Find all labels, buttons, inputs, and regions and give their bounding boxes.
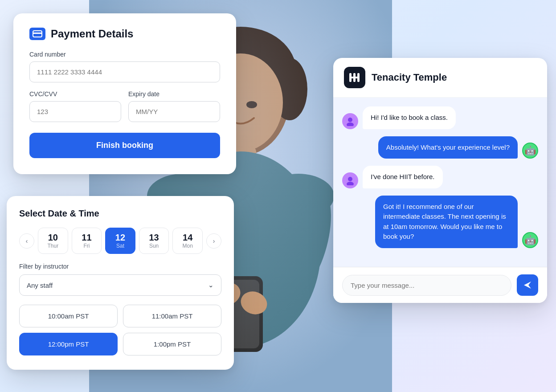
cvc-expiry-row: CVC/CVV Expiry date: [29, 90, 220, 122]
date-num-11: 11: [82, 233, 91, 243]
date-day-14: Mon: [183, 243, 193, 249]
time-10am[interactable]: 10:00am PST: [19, 305, 118, 327]
time-12pm[interactable]: 12:00pm PST: [19, 333, 118, 355]
time-1pm[interactable]: 1:00pm PST: [123, 333, 221, 355]
time-11am[interactable]: 11:00am PST: [123, 305, 221, 327]
svg-point-27: [347, 182, 354, 185]
finish-booking-button[interactable]: Finish booking: [29, 133, 220, 158]
credit-card-icon: [29, 28, 45, 40]
cvc-group: CVC/CVV: [29, 90, 121, 122]
svg-rect-23: [349, 77, 360, 78]
date-day-10: Thur: [47, 243, 58, 249]
filter-label: Filter by instructor: [19, 263, 221, 270]
svg-point-17: [246, 101, 257, 108]
send-message-button[interactable]: [517, 274, 538, 296]
date-num-13: 13: [149, 233, 159, 243]
date-11[interactable]: 11 Fri: [72, 228, 102, 254]
date-day-12: Sat: [116, 243, 124, 249]
svg-rect-19: [33, 33, 42, 34]
payment-card: Payment Details Card number CVC/CVV Expi…: [13, 13, 236, 174]
message-2: Absolutely! What's your experience level…: [342, 136, 538, 159]
chat-card: Tenacity Temple Hi! I'd like to book a c…: [333, 58, 547, 303]
payment-header: Payment Details: [29, 28, 220, 40]
date-12[interactable]: 12 Sat: [105, 228, 135, 254]
message-bubble-1: Hi! I'd like to book a class.: [363, 106, 456, 129]
date-num-14: 14: [183, 233, 192, 243]
chat-message-input[interactable]: [342, 275, 511, 296]
svg-point-24: [348, 118, 352, 122]
expiry-group: Expiry date: [128, 90, 220, 122]
date-pills: 10 Thur 11 Fri 12 Sat 13 Sun 14 Mon: [38, 228, 203, 254]
datetime-title: Select Date & Time: [19, 208, 221, 219]
date-day-11: Fri: [83, 243, 90, 249]
svg-point-26: [348, 177, 352, 181]
chat-header: Tenacity Temple: [333, 58, 547, 98]
bot-avatar-2: 🤖: [522, 232, 538, 248]
date-day-13: Sun: [149, 243, 159, 249]
cvc-input[interactable]: [29, 101, 121, 122]
date-14[interactable]: 14 Mon: [172, 228, 203, 254]
date-10[interactable]: 10 Thur: [38, 228, 68, 254]
staff-select-value: Any staff: [27, 282, 53, 289]
svg-point-25: [347, 122, 354, 126]
chevron-down-icon: ⌄: [208, 281, 214, 289]
message-bubble-2: Absolutely! What's your experience level…: [378, 136, 518, 159]
chat-business-name: Tenacity Temple: [372, 72, 447, 83]
date-13[interactable]: 13 Sun: [139, 228, 169, 254]
user-avatar-2: [342, 172, 358, 188]
message-bubble-4: Got it! I recommend one of our intermedi…: [375, 196, 518, 248]
svg-point-9: [263, 174, 334, 218]
svg-point-11: [264, 178, 342, 303]
message-3: I've done HIIT before.: [342, 166, 538, 188]
prev-date-button[interactable]: ‹: [19, 233, 34, 249]
bot-avatar-1: 🤖: [522, 143, 538, 159]
cvc-label: CVC/CVV: [29, 90, 121, 98]
date-num-12: 12: [115, 233, 125, 243]
payment-title: Payment Details: [51, 28, 133, 40]
date-navigation: ‹ 10 Thur 11 Fri 12 Sat 13 Sun 14 Mon: [19, 228, 221, 254]
card-number-label: Card number: [29, 51, 220, 58]
business-logo: [344, 67, 365, 88]
expiry-label: Expiry date: [128, 90, 220, 98]
card-number-input[interactable]: [29, 61, 220, 82]
datetime-card: Select Date & Time ‹ 10 Thur 11 Fri 12 S…: [7, 196, 234, 370]
svg-point-4: [272, 58, 307, 120]
time-grid: 10:00am PST 11:00am PST 12:00pm PST 1:00…: [19, 305, 221, 355]
user-avatar-1: [342, 113, 358, 129]
staff-select[interactable]: Any staff ⌄: [19, 274, 221, 296]
chat-input-row: [333, 267, 547, 303]
message-1: Hi! I'd like to book a class.: [342, 106, 538, 129]
expiry-input[interactable]: [128, 101, 220, 122]
svg-point-15: [237, 288, 270, 318]
message-4: Got it! I recommend one of our intermedi…: [342, 196, 538, 248]
next-date-button[interactable]: ›: [206, 233, 221, 249]
chat-messages: Hi! I'd like to book a class. Absolutely…: [333, 98, 547, 267]
message-bubble-3: I've done HIIT before.: [363, 166, 443, 188]
date-num-10: 10: [48, 233, 58, 243]
card-number-group: Card number: [29, 51, 220, 82]
